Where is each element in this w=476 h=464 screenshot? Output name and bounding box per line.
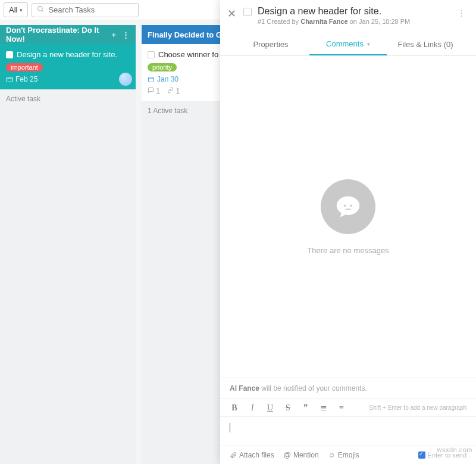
svg-point-6 xyxy=(344,204,346,207)
search-field[interactable] xyxy=(32,3,139,17)
column-title: Don't Procrastinate: Do It Now! xyxy=(6,26,111,43)
attach-files-button[interactable]: Attach files xyxy=(230,451,274,459)
svg-rect-2 xyxy=(7,77,12,82)
calendar-icon xyxy=(148,76,155,83)
tab-properties[interactable]: Properties xyxy=(232,33,309,55)
chevron-down-icon: ▾ xyxy=(20,7,23,13)
strike-button[interactable]: S xyxy=(283,403,293,413)
column-header: Don't Procrastinate: Do It Now! + ⋮ xyxy=(0,25,136,44)
task-title: Design a new header for site. xyxy=(17,50,117,59)
emoji-button[interactable]: ☺ Emojis xyxy=(328,451,359,459)
quote-button[interactable]: ❞ xyxy=(301,403,311,413)
italic-button[interactable]: I xyxy=(248,403,257,413)
column-title: Finally Decided to G xyxy=(148,30,222,39)
watermark: wsxdn.com xyxy=(437,446,472,453)
paperclip-icon xyxy=(230,451,237,459)
empty-state-text: There are no messages xyxy=(307,246,389,255)
tab-files[interactable]: Files & Links (0) xyxy=(387,33,464,55)
task-title: Choose winner fo xyxy=(158,50,218,59)
panel-menu-icon[interactable]: ⋮ xyxy=(455,6,468,20)
task-date: Jan 30 xyxy=(157,75,178,83)
task-card[interactable]: Design a new header for site. important … xyxy=(0,44,136,90)
search-input[interactable] xyxy=(48,5,133,14)
svg-line-1 xyxy=(42,10,44,12)
svg-rect-4 xyxy=(149,77,154,82)
bullet-list-button[interactable]: ≣ xyxy=(319,403,328,413)
task-checkbox[interactable] xyxy=(148,51,155,58)
at-icon: @ xyxy=(284,451,291,459)
add-task-icon[interactable]: + xyxy=(111,30,116,39)
emoji-icon: ☺ xyxy=(328,451,336,459)
task-date: Feb 25 xyxy=(15,75,37,83)
bold-button[interactable]: B xyxy=(230,403,239,413)
filter-dropdown[interactable]: All ▾ xyxy=(4,2,28,17)
editor-hint: Shift + Enter to add a new paragraph xyxy=(369,404,466,411)
comment-editor[interactable] xyxy=(220,417,476,446)
search-icon xyxy=(37,5,45,15)
svg-point-7 xyxy=(350,204,353,207)
task-detail-panel: ✕ Design a new header for site. #1 Creat… xyxy=(220,0,476,464)
calendar-icon xyxy=(6,76,13,83)
svg-rect-8 xyxy=(346,208,351,210)
task-tag: important xyxy=(6,63,43,71)
panel-subtitle: #1 Created by Charnita Fance on Jan 25, … xyxy=(258,18,449,25)
task-complete-checkbox[interactable] xyxy=(243,8,252,16)
underline-button[interactable]: U xyxy=(265,403,275,413)
comment-count: 1 xyxy=(148,87,160,95)
editor-toolbar: B I U S ❞ ≣ ≡ Shift + Enter to add a new… xyxy=(220,398,476,417)
number-list-button[interactable]: ≡ xyxy=(337,403,346,413)
chevron-down-icon: ▾ xyxy=(367,41,370,47)
column-footer: Active task xyxy=(0,90,136,108)
assignee-avatar[interactable] xyxy=(119,73,132,86)
close-icon[interactable]: ✕ xyxy=(226,6,237,21)
task-tag: priority xyxy=(148,63,177,71)
panel-title: Design a new header for site. xyxy=(258,6,449,17)
filter-label: All xyxy=(9,5,17,14)
checkbox-checked-icon xyxy=(418,451,425,459)
link-icon xyxy=(167,87,174,94)
empty-state-icon xyxy=(321,179,375,234)
notify-bar: Al Fance will be notified of your commen… xyxy=(220,378,476,398)
mention-button[interactable]: @ Mention xyxy=(284,451,319,459)
link-count: 1 xyxy=(167,87,180,95)
svg-point-0 xyxy=(38,6,43,11)
comment-icon xyxy=(148,87,154,94)
task-checkbox[interactable] xyxy=(6,51,13,58)
column-menu-icon[interactable]: ⋮ xyxy=(122,30,130,39)
tab-comments[interactable]: Comments ▾ xyxy=(309,33,387,55)
